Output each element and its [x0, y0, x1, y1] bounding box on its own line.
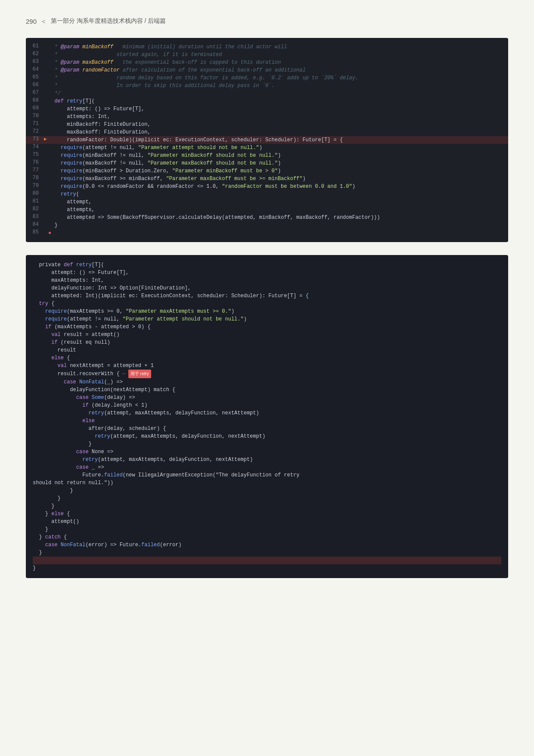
- page-container: 290 < 第一部分 淘系年度精选技术栈内容 / 后端篇 61 * @param…: [0, 0, 534, 756]
- code-line-b33: } else {: [33, 510, 501, 518]
- code-line-66: 66 * In order to skip this additional de…: [26, 82, 508, 90]
- code-line-b17: delayFunction(nextAttempt) match {: [33, 386, 501, 394]
- code-line-84: 84 }: [26, 221, 508, 229]
- code-line-b39: [33, 557, 501, 564]
- code-line-b3: maxAttempts: Int,: [33, 277, 501, 284]
- code-line-b5: attempted: Int)(implicit ec: ExecutionCo…: [33, 292, 501, 300]
- code-line-b18: case Some(delay) =>: [33, 394, 501, 401]
- code-line-b30: }: [33, 487, 501, 495]
- code-line-b7: require(maxAttempts >= 0, "Parameter max…: [33, 308, 501, 315]
- code-line-b34: attempt(): [33, 518, 501, 526]
- code-line-b4: delayFunction: Int => Option[FiniteDurat…: [33, 284, 501, 292]
- code-line-82: 82 attempts,: [26, 206, 508, 214]
- code-line-73: 73 ▶ randomFactor: Double)(implicit ec: …: [26, 136, 508, 144]
- code-line-b35: }: [33, 526, 501, 533]
- code-line-b21: else: [33, 417, 501, 425]
- code-line-b13: else {: [33, 354, 501, 362]
- code-line-b16: case NonFatal(_) =>: [33, 378, 501, 386]
- code-line-65: 65 * random delay based on this factor i…: [26, 74, 508, 82]
- page-title: 第一部分 淘系年度精选技术栈内容 / 后端篇: [51, 17, 166, 25]
- code-line-81: 81 attempt,: [26, 198, 508, 206]
- page-header: 290 < 第一部分 淘系年度精选技术栈内容 / 后端篇: [26, 17, 508, 25]
- code-line-b26: retry(attempt, maxAttempts, delayFunctio…: [33, 456, 501, 464]
- code-line-b9: if (maxAttempts - attempted > 0) {: [33, 323, 501, 331]
- code-line-b19: if (delay.length < 1): [33, 401, 501, 409]
- code-line-85: 85 ●: [26, 229, 508, 237]
- code-line-75: 75 require(minBackoff != null, "Paramete…: [26, 152, 508, 159]
- code-line-68: 68 def retry[T](: [26, 97, 508, 105]
- page-number: 290: [26, 18, 37, 25]
- code-line-b8: require(attempt != null, "Parameter atte…: [33, 315, 501, 323]
- code-line-83: 83 attempted => Some(BackoffSupervisor.c…: [26, 214, 508, 221]
- code-line-77: 77 require(minBackoff > Duration.Zero, "…: [26, 167, 508, 175]
- code-line-74: 74 require(attempt != null, "Parameter a…: [26, 144, 508, 152]
- code-line-b2: attempt: () => Future[T],: [33, 269, 501, 277]
- code-line-79: 79 require(0.0 <= randomFactor && random…: [26, 183, 508, 190]
- code-line-b40: }: [33, 564, 501, 572]
- code-line-b15: result.recoverWith { ←用于 retry: [33, 370, 501, 378]
- code-line-78: 78 require(maxBackoff >= minBackoff, "Pa…: [26, 175, 508, 183]
- code-line-b29: should not return null.")): [33, 479, 501, 487]
- code-line-b36: } catch {: [33, 533, 501, 541]
- code-block-2: private def retry[T]( attempt: () => Fut…: [26, 255, 508, 578]
- code-line-61: 61 * @param minBackoff minimum (initial)…: [26, 43, 508, 51]
- code-line-b1: private def retry[T](: [33, 261, 501, 269]
- code-line-62: 62 * started again, if it is terminated: [26, 51, 508, 59]
- code-line-b38: }: [33, 549, 501, 557]
- code-line-b31: }: [33, 495, 501, 502]
- code-line-b11: if (result eq null): [33, 339, 501, 346]
- code-line-67: 67 */: [26, 90, 508, 97]
- code-line-b20: retry(attempt, maxAttempts, delayFunctio…: [33, 409, 501, 417]
- code-line-b23: retry(attempt, maxAttempts, delayFunctio…: [33, 432, 501, 440]
- code-line-80: 80 retry(: [26, 190, 508, 198]
- code-line-b37: case NonFatal(error) => Future.failed(er…: [33, 541, 501, 549]
- code-line-b28: Future.failed(new IllegalArgumentExcepti…: [33, 471, 501, 479]
- code-line-b10: val result = attempt(): [33, 331, 501, 339]
- code-line-b14: val nextAttempt = attempted + 1: [33, 362, 501, 370]
- code-line-b27: case _ =>: [33, 464, 501, 471]
- code-line-b25: case None =>: [33, 448, 501, 456]
- code-line-63: 63 * @param maxBackoff the exponential b…: [26, 59, 508, 66]
- code-line-b12: result: [33, 346, 501, 354]
- code-line-b22: after(delay, scheduler) {: [33, 425, 501, 432]
- code-line-76: 76 require(maxBackoff != null, "Paramete…: [26, 159, 508, 167]
- code-line-71: 71 minBackoff: FiniteDuration,: [26, 121, 508, 128]
- code-line-72: 72 maxBackoff: FiniteDuration,: [26, 128, 508, 136]
- code-line-64: 64 * @param randomFactor after calculati…: [26, 66, 508, 74]
- code-block-1: 61 * @param minBackoff minimum (initial)…: [26, 38, 508, 242]
- page-separator: <: [42, 18, 46, 25]
- code-line-b6: try {: [33, 300, 501, 308]
- code-line-69: 69 attempt: () => Future[T],: [26, 105, 508, 113]
- code-line-70: 70 attempts: Int,: [26, 113, 508, 121]
- code-line-b24: }: [33, 440, 501, 448]
- code-line-b32: }: [33, 502, 501, 510]
